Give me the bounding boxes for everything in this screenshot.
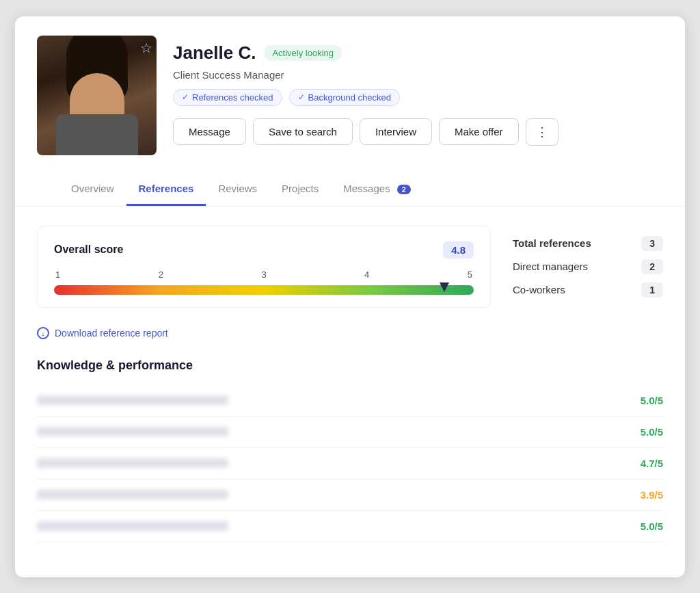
question-score-4: 3.9/5 (641, 489, 663, 501)
total-references-value: 3 (641, 236, 663, 251)
direct-managers-label: Direct managers (513, 261, 588, 272)
score-marker (440, 282, 449, 292)
scale-2: 2 (159, 269, 163, 280)
message-button[interactable]: Message (173, 118, 246, 145)
scale-numbers: 1 2 3 4 5 (54, 269, 474, 280)
references-summary: Total references 3 Direct managers 2 Co-… (513, 226, 663, 308)
direct-managers-row: Direct managers 2 (513, 259, 663, 274)
status-badge: Actively looking (264, 45, 342, 61)
checks-row: ✓ References checked ✓ Background checke… (173, 89, 663, 106)
score-chart-panel: Overall score 4.8 1 2 3 4 5 (37, 226, 491, 308)
total-references-row: Total references 3 (513, 236, 663, 251)
coworkers-row: Co-workers 1 (513, 282, 663, 298)
score-section: Overall score 4.8 1 2 3 4 5 Tota (37, 226, 663, 308)
profile-info: Janelle C. Actively looking Client Succe… (173, 36, 663, 146)
scale-3: 3 (261, 269, 266, 280)
question-row-5: 5.0/5 (37, 511, 663, 542)
candidate-name: Janelle C. (173, 42, 256, 64)
avatar-image (37, 36, 157, 155)
score-label: Overall score (54, 243, 123, 256)
download-icon: ↓ (37, 327, 49, 339)
references-checked-label: References checked (192, 92, 273, 103)
tab-reviews[interactable]: Reviews (206, 172, 269, 206)
coworkers-label: Co-workers (513, 284, 565, 295)
profile-card: ☆ Janelle C. Actively looking Client Suc… (15, 16, 685, 577)
question-text-1 (37, 395, 228, 405)
score-header: Overall score 4.8 (54, 241, 474, 259)
question-text-4 (37, 490, 228, 499)
check-icon-2: ✓ (298, 92, 305, 102)
question-score-5: 5.0/5 (641, 520, 663, 532)
scale-5: 5 (468, 269, 472, 280)
question-score-2: 5.0/5 (641, 426, 663, 438)
profile-top: ☆ Janelle C. Actively looking Client Suc… (37, 36, 663, 172)
avatar (37, 36, 157, 155)
question-text-3 (37, 458, 228, 468)
tab-messages[interactable]: Messages 2 (331, 172, 423, 206)
background-checked-label: Background checked (308, 92, 391, 103)
total-references-label: Total references (513, 237, 591, 249)
make-offer-button[interactable]: Make offer (439, 118, 519, 145)
interview-button[interactable]: Interview (360, 118, 432, 145)
download-label: Download reference report (55, 328, 168, 339)
actions-row: Message Save to search Interview Make of… (173, 118, 663, 146)
avatar-body (56, 114, 138, 155)
save-to-search-button[interactable]: Save to search (253, 118, 353, 145)
question-score-1: 5.0/5 (641, 395, 663, 406)
tab-overview[interactable]: Overview (59, 172, 126, 206)
scale-4: 4 (364, 269, 369, 280)
question-text-5 (37, 521, 228, 531)
background-checked-badge: ✓ Background checked (289, 89, 400, 106)
knowledge-section-title: Knowledge & performance (37, 358, 663, 373)
tab-projects-label: Projects (282, 183, 319, 194)
question-row-3: 4.7/5 (37, 448, 663, 479)
tab-projects[interactable]: Projects (269, 172, 331, 206)
name-row: Janelle C. Actively looking (173, 42, 663, 64)
download-report-link[interactable]: ↓ Download reference report (37, 327, 663, 339)
tab-reviews-label: Reviews (218, 183, 257, 194)
content-area: Overall score 4.8 1 2 3 4 5 Tota (15, 207, 685, 562)
more-options-button[interactable]: ⋮ (526, 118, 558, 146)
tab-references[interactable]: References (126, 172, 206, 206)
question-text-2 (37, 427, 228, 436)
gradient-bar-wrap (54, 285, 474, 295)
direct-managers-value: 2 (641, 259, 663, 274)
tabs-row: Overview References Reviews Projects Mes… (37, 172, 663, 206)
question-row-2: 5.0/5 (37, 417, 663, 448)
coworkers-value: 1 (641, 282, 663, 298)
tab-messages-label: Messages (343, 183, 390, 194)
gradient-bar (54, 285, 474, 295)
question-row-1: 5.0/5 (37, 385, 663, 417)
job-title: Client Success Manager (173, 69, 663, 81)
avatar-wrap: ☆ (37, 36, 157, 155)
messages-badge: 2 (397, 185, 411, 194)
profile-header: ☆ Janelle C. Actively looking Client Suc… (15, 16, 685, 207)
check-icon-1: ✓ (182, 92, 189, 102)
knowledge-questions-list: 5.0/5 5.0/5 4.7/5 3.9/5 5.0/5 (37, 385, 663, 542)
tab-overview-label: Overview (71, 183, 114, 194)
scale-1: 1 (55, 269, 60, 280)
tab-references-label: References (139, 183, 194, 194)
question-score-3: 4.7/5 (641, 458, 663, 469)
references-checked-badge: ✓ References checked (173, 89, 282, 106)
question-row-4: 3.9/5 (37, 479, 663, 511)
score-value: 4.8 (443, 241, 474, 259)
favorite-icon[interactable]: ☆ (140, 40, 152, 56)
